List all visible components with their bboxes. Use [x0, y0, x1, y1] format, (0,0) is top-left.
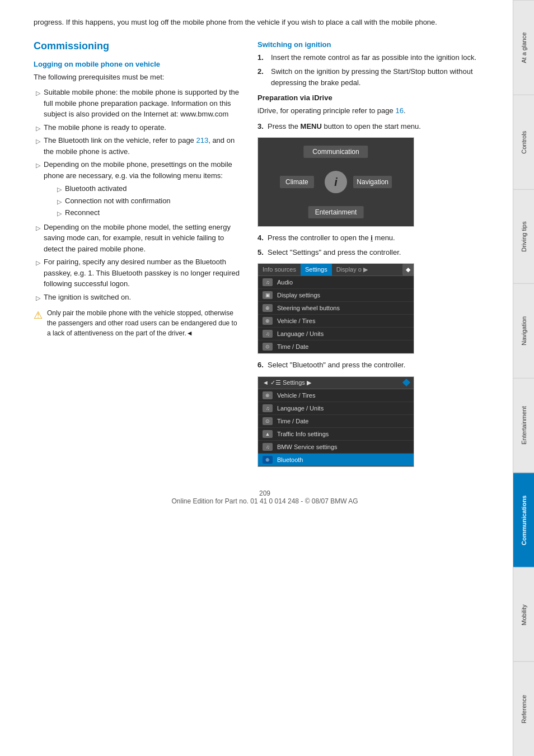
step-4-text: 4. Press the controller to open the i me… — [257, 232, 496, 244]
ignition-steps: 1. Insert the remote control as far as p… — [257, 52, 496, 88]
idrive-heading: Preparation via iDrive — [257, 94, 496, 102]
bluetooth-bt-icon: ⊕ — [263, 456, 273, 464]
menu-communication: Communication — [303, 146, 368, 158]
idrive-screen-3: ◄ ✓☰ Settings ▶ ⊕ Vehicle / Tires ♫ Lang… — [257, 376, 414, 467]
menu-info-icon: i — [325, 171, 347, 193]
list-item: ▷ Reconnect — [55, 207, 241, 218]
tab-diamond: ◆ — [402, 264, 414, 276]
list-item: ▷ Bluetooth activated — [55, 183, 241, 194]
bullet-arrow: ▷ — [36, 293, 40, 303]
language-bt-icon: ♫ — [263, 404, 273, 412]
bullet-arrow: ▷ — [36, 137, 40, 146]
list-item: ▷ The Bluetooth link on the vehicle, ref… — [34, 135, 241, 157]
bullet-arrow: ▷ — [57, 209, 62, 218]
sub-bullets: ▷ Bluetooth activated ▷ Connection not w… — [55, 183, 241, 218]
header-diamond-icon — [402, 379, 410, 386]
sidebar-tab-communications[interactable]: Communications — [513, 473, 534, 567]
sidebar-tab-controls[interactable]: Controls — [513, 95, 534, 189]
sidebar-tab-at-a-glance[interactable]: At a glance — [513, 0, 534, 95]
menu-item-language: ♫ Language / Units — [258, 328, 414, 340]
menu-tab-bar: Info sources Settings Display o ▶ ◆ — [258, 264, 414, 276]
list-item: ▷ Depending on the mobile phone model, t… — [34, 222, 241, 255]
sidebar-tab-mobility[interactable]: Mobility — [513, 567, 534, 662]
bmw-bt-icon: ♫ — [263, 443, 273, 451]
warning-icon: ⚠ — [34, 309, 43, 321]
time-icon: ⊙ — [263, 343, 273, 351]
bullet-arrow: ▷ — [36, 258, 40, 268]
menu-item-vehicle: ⊕ Vehicle / Tires — [258, 315, 414, 328]
traffic-bt-icon: ▲ — [263, 430, 273, 438]
bullet-arrow: ▷ — [36, 223, 40, 233]
steering-icon: ⊕ — [263, 304, 273, 312]
audio-icon: ♫ — [263, 278, 273, 286]
sidebar-tab-reference[interactable]: Reference — [513, 661, 534, 756]
commissioning-heading: Commissioning — [34, 40, 241, 52]
menu-item-display: ▣ Display settings — [258, 289, 414, 302]
list-item: 2. Switch on the ignition by pressing th… — [257, 66, 496, 88]
sidebar-tab-navigation[interactable]: Navigation — [513, 283, 534, 378]
list-item: ▷ The ignition is switched on. — [34, 292, 241, 303]
vehicle-icon: ⊕ — [263, 317, 273, 325]
logging-heading: Logging on mobile phone on vehicle — [34, 60, 241, 68]
sidebar-tab-entertainment[interactable]: Entertainment — [513, 378, 534, 473]
page-footer: 209 Online Edition for Part no. 01 41 0 … — [34, 489, 496, 505]
idrive-screen-1: Communication Climate i Navigation Enter… — [257, 137, 414, 227]
intro-text: progress. If this happens, you must log … — [34, 17, 496, 28]
step-number: 1. — [257, 52, 266, 63]
list-item: ▷ For pairing, specify any desired numbe… — [34, 256, 241, 290]
bullet-arrow: ▷ — [57, 197, 62, 207]
step-6-text: 6. Select "Bluetooth" and press the cont… — [257, 360, 496, 371]
bullet-arrow: ▷ — [36, 88, 40, 98]
tab-info-sources: Info sources — [258, 264, 301, 276]
list-item: ▷ The mobile phone is ready to operate. — [34, 122, 241, 133]
menu-item-time: ⊙ Time / Date — [258, 340, 414, 353]
menu-climate: Climate — [280, 176, 314, 188]
bullet-arrow: ▷ — [57, 185, 62, 194]
warning-box: ⚠ Only pair the mobile phone with the ve… — [34, 308, 241, 338]
logging-intro: The following prerequisites must be met: — [34, 72, 241, 83]
time-bt-icon: ⊙ — [263, 417, 273, 425]
screen3-header: ◄ ✓☰ Settings ▶ — [258, 377, 414, 389]
list-item: 1. Insert the remote control as far as p… — [257, 52, 496, 63]
list-item: ▷ Suitable mobile phone: the mobile phon… — [34, 87, 241, 120]
menu-navigation: Navigation — [353, 176, 392, 188]
bt-item-bmw: ♫ BMW Service settings — [258, 441, 414, 454]
idrive-intro: iDrive, for operating principle refer to… — [257, 105, 496, 116]
language-icon: ♫ — [263, 330, 273, 338]
step-3-text: 3. Press the MENU button to open the sta… — [257, 121, 496, 132]
display-icon: ▣ — [263, 291, 273, 299]
bt-item-language: ♫ Language / Units — [258, 402, 414, 415]
bt-item-bluetooth: ⊕ Bluetooth — [258, 454, 414, 466]
menu-item-steering: ⊕ Steering wheel buttons — [258, 302, 414, 315]
bt-item-vehicle: ⊕ Vehicle / Tires — [258, 389, 414, 402]
list-item: ▷ Connection not with confirmation — [55, 195, 241, 207]
bullet-arrow: ▷ — [36, 124, 40, 133]
copyright-text: Online Edition for Part no. 01 41 0 014 … — [34, 497, 496, 505]
bullet-arrow: ▷ — [36, 161, 40, 170]
step-number: 2. — [257, 66, 266, 77]
page-number: 209 — [34, 489, 496, 497]
list-item: ▷ Depending on the mobile phone, presett… — [34, 159, 241, 220]
sidebar-tab-driving-tips[interactable]: Driving tips — [513, 189, 534, 284]
bt-item-time: ⊙ Time / Date — [258, 415, 414, 428]
step-5-text: 5. Select "Settings" and press the contr… — [257, 247, 496, 258]
vehicle-bt-icon: ⊕ — [263, 391, 273, 399]
warning-text: Only pair the mobile phone with the vehi… — [47, 308, 241, 338]
menu-item-audio: ♫ Audio — [258, 276, 414, 289]
tab-settings: Settings — [301, 264, 332, 276]
bt-item-traffic: ▲ Traffic Info settings — [258, 428, 414, 441]
tab-display: Display o ▶ — [332, 264, 372, 276]
ignition-heading: Switching on ignition — [257, 40, 496, 49]
menu-entertainment: Entertainment — [308, 206, 364, 218]
sidebar: At a glance Controls Driving tips Naviga… — [513, 0, 534, 756]
logging-bullets: ▷ Suitable mobile phone: the mobile phon… — [34, 87, 241, 302]
idrive-screen-2: Info sources Settings Display o ▶ ◆ ♫ Au… — [257, 263, 414, 354]
menu-center: Communication Climate i Navigation Enter… — [280, 146, 392, 218]
